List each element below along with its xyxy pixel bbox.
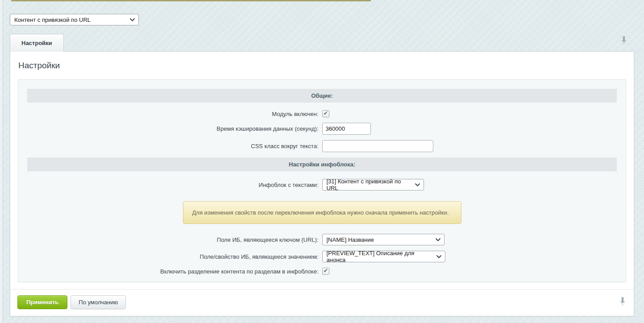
- cache-time-input[interactable]: [322, 123, 371, 135]
- row-split-by-sections: Включить разделение контента по разделам…: [27, 268, 617, 275]
- left-edge-strip: [0, 0, 3, 323]
- cache-time-label: Время кэширования данных (секунд):: [27, 125, 322, 132]
- value-field-label: Поле/свойство ИБ, являющееся значением:: [27, 253, 322, 260]
- general-rows: Модуль включен: Время кэширования данных…: [27, 103, 617, 152]
- notice-row: Для изменения свойств после переключения…: [27, 201, 617, 224]
- iblock-rows: Инфоблок с текстами: [31] Контент с прив…: [27, 171, 617, 275]
- split-by-sections-label: Включить разделение контента по разделам…: [27, 268, 322, 275]
- row-css-class: CSS класс вокруг текста:: [27, 140, 617, 152]
- iblock-switch-notice: Для изменения свойств после переключения…: [183, 201, 461, 224]
- settings-panel: Настройки Общие: Модуль включен: Время к…: [10, 51, 634, 316]
- component-template-select[interactable]: Контент с привязкой по URL: [10, 14, 139, 25]
- pin-wrap-top: [621, 36, 627, 47]
- section-header-iblock: Настройки инфоблока:: [27, 157, 617, 171]
- split-by-sections-checkbox[interactable]: [322, 268, 329, 275]
- pin-icon[interactable]: [621, 36, 627, 47]
- row-key-field: Поле ИБ, являющееся ключом (URL): [NAME]…: [27, 234, 617, 245]
- chevron-down-icon: [415, 183, 420, 186]
- key-field-select-value: [NAME] Название: [327, 236, 374, 243]
- iblock-label: Инфоблок с текстами:: [27, 182, 322, 188]
- row-module-enabled: Модуль включен:: [27, 110, 617, 117]
- page-wrapper: Контент с привязкой по URL Настройки: [10, 0, 634, 316]
- css-class-input[interactable]: [322, 140, 433, 152]
- key-field-label: Поле ИБ, являющееся ключом (URL):: [27, 236, 322, 243]
- row-value-field: Поле/свойство ИБ, являющееся значением: …: [27, 251, 617, 262]
- default-button[interactable]: По умолчанию: [71, 295, 126, 309]
- tab-strip: Настройки: [10, 33, 634, 51]
- pin-icon[interactable]: [619, 297, 626, 308]
- value-field-select-value: [PREVIEW_TEXT] Описание для анонса: [327, 250, 432, 263]
- row-cache-time: Время кэширования данных (секунд):: [27, 123, 617, 135]
- page-title: Настройки: [18, 61, 627, 70]
- component-select-row: Контент с привязкой по URL: [10, 14, 634, 25]
- settings-form: Общие: Модуль включен: Время кэширования…: [18, 79, 626, 282]
- iblock-select-value: [31] Контент с привязкой по URL: [327, 178, 411, 191]
- module-enabled-label: Модуль включен:: [27, 111, 322, 117]
- pin-wrap-bottom: [619, 297, 626, 308]
- apply-button[interactable]: Применить: [17, 295, 67, 309]
- module-enabled-checkbox[interactable]: [322, 110, 329, 117]
- section-header-general: Общие:: [27, 89, 617, 103]
- component-template-select-value: Контент с привязкой по URL: [14, 17, 91, 23]
- chevron-down-icon: [436, 255, 441, 258]
- tab-settings[interactable]: Настройки: [10, 34, 64, 52]
- css-class-label: CSS класс вокруг текста:: [27, 143, 322, 149]
- key-field-select[interactable]: [NAME] Название: [322, 234, 445, 245]
- value-field-select[interactable]: [PREVIEW_TEXT] Описание для анонса: [322, 251, 445, 262]
- chevron-down-icon: [436, 238, 440, 241]
- button-bar: Применить По умолчанию: [10, 289, 634, 316]
- iblock-select[interactable]: [31] Контент с привязкой по URL: [322, 179, 424, 190]
- row-iblock: Инфоблок с текстами: [31] Контент с прив…: [27, 179, 617, 190]
- chevron-down-icon: [130, 18, 135, 21]
